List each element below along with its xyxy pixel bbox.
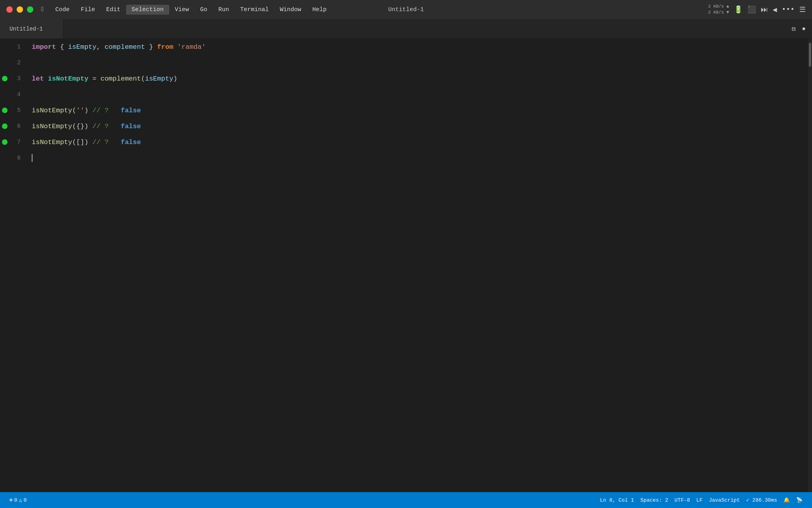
token-space — [56, 43, 60, 51]
breakpoint-area-7[interactable] — [0, 139, 10, 145]
token-q-5: ? — [105, 107, 109, 114]
line-number-6: 6 — [10, 123, 24, 130]
token-str-5: '' — [76, 107, 84, 114]
maximize-button[interactable] — [27, 6, 33, 13]
status-language[interactable]: JavaScript — [706, 497, 743, 503]
line-number-2: 2 — [10, 60, 24, 66]
code-content-7: isNotEmpty ( [ ] ) // ? false — [24, 134, 812, 150]
menu-code[interactable]: Code — [50, 5, 75, 15]
token-brace-close: } — [145, 43, 157, 51]
token-q-7: ? — [105, 139, 109, 146]
line-number-1: 1 — [10, 44, 24, 50]
line-row: 6 — [0, 118, 24, 134]
status-timing: ✓ 286.30ms — [743, 497, 780, 503]
token-bracket-7b: ] — [80, 139, 84, 146]
token-p7-open: ( — [72, 139, 76, 146]
line-number-3: 3 — [10, 75, 24, 82]
menubar:  Code File Edit Selection View Go Run T… — [0, 0, 812, 19]
code-line-7: isNotEmpty ( [ ] ) // ? false — [24, 134, 812, 150]
token-from: from — [157, 43, 173, 51]
token-equals: = — [92, 75, 96, 83]
code-content-5: isNotEmpty ( '' ) // ? false — [24, 102, 812, 118]
line-number-7: 7 — [10, 139, 24, 146]
minimize-button[interactable] — [17, 6, 23, 13]
breakpoint-6 — [2, 123, 8, 129]
breakpoint-area-6[interactable] — [0, 123, 10, 129]
token-isempty-arg: isEmpty — [145, 75, 173, 83]
status-line-ending[interactable]: LF — [693, 497, 706, 503]
token-p5-close: ) — [84, 107, 88, 114]
token-false-6: false — [121, 123, 141, 130]
status-encoding[interactable]: UTF-8 — [671, 497, 693, 503]
line-row: 2 — [0, 55, 24, 71]
token-isempty: isEmpty — [68, 43, 96, 51]
breakpoint-area-5[interactable] — [0, 108, 10, 113]
token-comma: , — [96, 43, 104, 51]
status-errors[interactable]: ⊗ 0 △ 0 — [6, 497, 30, 503]
menu-help[interactable]: Help — [307, 5, 332, 15]
editor-tab[interactable]: Untitled-1 — [0, 19, 63, 38]
token-complement-call: complement — [100, 75, 141, 83]
editor: 1 2 3 4 — [0, 39, 812, 492]
token-brace-open: { — [60, 43, 68, 51]
line-row: 7 — [0, 134, 24, 150]
token-paren-close: ) — [173, 75, 177, 83]
token-fn-5: isNotEmpty — [32, 107, 72, 114]
menu-file[interactable]: File — [75, 5, 101, 15]
code-content-4 — [24, 87, 812, 102]
token-p6-open: ( — [72, 123, 76, 130]
line-row: 8 — [0, 150, 24, 166]
token-space-7 — [88, 139, 92, 146]
tabbar: Untitled-1 ⊟ ● — [0, 19, 812, 39]
token-complement: complement — [105, 43, 145, 51]
token-q-6: ? — [105, 123, 109, 130]
tab-label: Untitled-1 — [10, 26, 43, 32]
scrollbar-thumb[interactable] — [809, 43, 811, 67]
statusbar: ⊗ 0 △ 0 Ln 8, Col 1 Spaces: 2 UTF-8 LF J… — [0, 492, 812, 508]
apple-menu-icon[interactable]:  — [41, 6, 45, 13]
token-let: let — [32, 75, 44, 83]
more-icon[interactable]: ••• — [782, 6, 795, 13]
status-spaces[interactable]: Spaces: 2 — [637, 497, 671, 503]
menu-edit[interactable]: Edit — [101, 5, 126, 15]
menu-window[interactable]: Window — [274, 5, 307, 15]
code-content-3: let isNotEmpty = complement ( isEmpty ) — [24, 71, 812, 87]
token-sp-5 — [109, 107, 121, 114]
menu-go[interactable]: Go — [195, 5, 213, 15]
token-import: import — [32, 43, 56, 51]
split-editor-icon[interactable]: ⊟ — [792, 25, 796, 33]
line-row: 3 — [0, 71, 24, 87]
menu-run[interactable]: Run — [213, 5, 235, 15]
line-number-5: 5 — [10, 107, 24, 114]
token-paren-open: ( — [141, 75, 145, 83]
menu-terminal[interactable]: Terminal — [235, 5, 274, 15]
menu-selection[interactable]: Selection — [126, 5, 169, 15]
list-icon[interactable]: ☰ — [799, 5, 806, 14]
line-number-8: 8 — [10, 155, 24, 162]
notifications-icon[interactable]: 🔔 — [780, 497, 793, 503]
token-p7-close: ) — [84, 139, 88, 146]
broadcast-icon[interactable]: 📡 — [793, 497, 806, 503]
code-line-3: let isNotEmpty = complement ( isEmpty ) — [24, 71, 812, 87]
code-content-2 — [24, 55, 812, 71]
menu-view[interactable]: View — [169, 5, 195, 15]
token-false-5: false — [121, 107, 141, 114]
code-content-1: import { isEmpty , complement } from 'ra… — [24, 39, 812, 55]
text-cursor — [32, 154, 33, 162]
breakpoint-area-3[interactable] — [0, 76, 10, 81]
token-p5-open: ( — [72, 107, 76, 114]
status-right: Ln 8, Col 1 Spaces: 2 UTF-8 LF JavaScrip… — [597, 497, 806, 503]
scrollbar[interactable] — [808, 39, 812, 492]
line-number-4: 4 — [10, 91, 24, 98]
close-button[interactable] — [6, 6, 13, 13]
code-line-8 — [24, 150, 812, 166]
code-line-4 — [24, 87, 812, 102]
code-area[interactable]: import { isEmpty , complement } from 'ra… — [24, 39, 812, 492]
gutter: 1 2 3 4 — [0, 39, 24, 492]
error-count: 0 — [14, 497, 17, 503]
token-comment-7: // — [92, 139, 105, 146]
error-icon: ⊗ — [10, 497, 13, 503]
token-p6-close: ) — [84, 123, 88, 130]
status-position[interactable]: Ln 8, Col 1 — [597, 497, 637, 503]
breakpoint-3 — [2, 76, 8, 81]
